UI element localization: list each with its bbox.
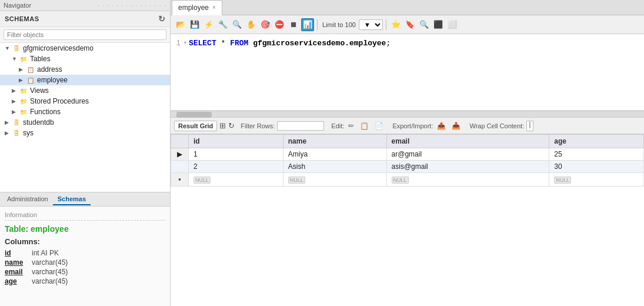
execute-button[interactable]: ⚡ (202, 18, 215, 31)
chevron-right-icon: ▶ (12, 109, 19, 115)
db-icon: 🗄 (12, 44, 21, 52)
tree-label: gfgmicroservicesdemo (23, 44, 94, 52)
info-col-age: age varchar(45) (5, 277, 165, 285)
query-dot: • (184, 39, 186, 47)
wrap-label: Wrap Cell Content: (469, 122, 524, 129)
editor-tab-label: employee (178, 4, 209, 12)
navigator-title: Navigator (4, 2, 31, 9)
col-header-name[interactable]: name (283, 135, 386, 148)
null-tag: NULL (193, 177, 211, 184)
query-text[interactable]: SELECT * FROM gfgmicroservicesdemo.emplo… (189, 39, 391, 48)
cell-id[interactable]: 1 (189, 148, 283, 161)
edit-icon2[interactable]: 📋 (358, 121, 371, 131)
scrollbar-thumb (176, 112, 212, 118)
table-row[interactable]: 2 Asish asis@gmail 30 (171, 161, 644, 173)
row-dot: • (171, 173, 189, 187)
col-header-email[interactable]: email (386, 135, 549, 148)
bottom-tabs: Administration Schemas (0, 192, 170, 206)
export-icon2[interactable]: 📥 (450, 121, 462, 131)
cell-age[interactable]: 30 (549, 161, 644, 173)
table-icon: 📋 (26, 76, 35, 84)
col-header-id[interactable]: id (189, 135, 283, 148)
result-section: Result Grid ⊞ ↻ Filter Rows: Edit: ✏ 📋 📄… (171, 118, 644, 306)
tree-item-views[interactable]: ▶ 📁 Views (0, 85, 170, 96)
filter-input[interactable] (4, 29, 166, 40)
chevron-right-icon: ▶ (5, 119, 12, 125)
find-button[interactable]: 🔍 (231, 18, 243, 31)
split-button[interactable]: ⬜ (446, 18, 459, 31)
layout-button[interactable]: ⬛ (432, 18, 445, 31)
cell-email[interactable]: ar@gmail (386, 148, 549, 161)
open-file-button[interactable]: 📂 (174, 18, 187, 31)
null-tag: NULL (392, 177, 409, 184)
cell-email[interactable]: asis@gmail (386, 161, 549, 173)
edit-label: Edit: (331, 122, 344, 129)
refresh-icon[interactable]: ↻ (158, 14, 166, 24)
explain-button[interactable]: 🔧 (216, 18, 229, 31)
refresh-result-icon[interactable]: ↻ (228, 121, 235, 130)
schemas-label: SCHEMAS (5, 15, 39, 22)
tree-item-studentdb[interactable]: ▶ 🗄 studentdb (0, 117, 170, 128)
tree-item-sys[interactable]: ▶ 🗄 sys (0, 128, 170, 138)
limit-label: Limit to 100 (322, 21, 356, 28)
export-label: Export/Import: (392, 122, 433, 129)
info-col-name: name varchar(45) (5, 258, 165, 267)
info-table-value: employee (31, 224, 69, 234)
stop2-button[interactable]: ⏹ (287, 18, 300, 31)
col-header-age[interactable]: age (549, 135, 644, 148)
filter-rows-input[interactable] (277, 121, 324, 131)
info-columns-header: Columns: (5, 237, 165, 246)
chevron-down-icon: ▼ (12, 56, 19, 62)
folder-icon: 📁 (19, 97, 28, 105)
cell-name[interactable]: Amiya (283, 148, 386, 161)
zoom-button[interactable]: 🔍 (418, 18, 431, 31)
cell-name[interactable]: Asish (283, 161, 386, 173)
edit-icon1[interactable]: ✏ (346, 121, 356, 131)
info-panel: Information Table: employee Columns: id … (0, 206, 170, 306)
editor-tab[interactable]: employee × (172, 0, 222, 15)
star-button[interactable]: ⭐ (389, 18, 402, 31)
edit-icon3[interactable]: 📄 (373, 121, 385, 131)
target-button[interactable]: 🎯 (259, 18, 272, 31)
filter-rows-label: Filter Rows: (241, 122, 275, 129)
db-icon: 🗄 (12, 118, 21, 127)
cell-null-email: NULL (386, 173, 549, 187)
chevron-right-icon: ▶ (5, 130, 12, 136)
query-area[interactable]: 1 • SELECT * FROM gfgmicroservicesdemo.e… (171, 34, 644, 111)
null-tag: NULL (554, 177, 571, 184)
tree-label: Tables (30, 55, 51, 63)
bookmark-button[interactable]: 🔖 (403, 18, 416, 31)
wrap-icon[interactable]: Ī (526, 121, 533, 131)
tree-item-employee[interactable]: ▶ 📋 employee (0, 75, 170, 85)
line-number: 1 (176, 39, 181, 47)
result-grid-tab[interactable]: Result Grid (174, 121, 217, 131)
tree-label: Functions (30, 108, 61, 116)
tree-item-gfg[interactable]: ▼ 🗄 gfgmicroservicesdemo (0, 43, 170, 54)
tree-item-tables[interactable]: ▼ 📁 Tables (0, 54, 170, 64)
tree-item-functions[interactable]: ▶ 📁 Functions (0, 107, 170, 117)
kw-select: SELECT (189, 39, 216, 48)
chart-button[interactable]: 📊 (301, 18, 314, 31)
tree-item-address[interactable]: ▶ 📋 address (0, 64, 170, 75)
cell-id[interactable]: 2 (189, 161, 283, 173)
cancel-button[interactable]: ⛔ (273, 18, 286, 31)
tree-item-stored-proc[interactable]: ▶ 📁 Stored Procedures (0, 96, 170, 107)
tree-label: address (37, 65, 62, 74)
cell-null-name: NULL (283, 173, 386, 187)
chevron-right-icon: ▶ (19, 77, 26, 83)
tab-administration[interactable]: Administration (2, 194, 53, 205)
save-button[interactable]: 💾 (188, 18, 201, 31)
tab-close-icon[interactable]: × (212, 4, 216, 11)
export-icon1[interactable]: 📤 (435, 121, 448, 131)
stop-button[interactable]: ✋ (245, 18, 258, 31)
tree-label: studentdb (23, 118, 54, 127)
cell-age[interactable]: 25 (549, 148, 644, 161)
col-name-id: id (5, 249, 28, 257)
query-table: gfgmicroservicesdemo.employee; (253, 39, 391, 48)
db-icon: 🗄 (12, 129, 21, 137)
chevron-right-icon: ▶ (19, 66, 26, 72)
table-row[interactable]: ▶ 1 Amiya ar@gmail 25 (171, 148, 644, 161)
limit-select[interactable]: ▼ (359, 19, 383, 30)
tab-schemas[interactable]: Schemas (53, 194, 91, 205)
data-table-wrapper: id name email age ▶ 1 Amiya ar@gmail 25 (171, 134, 644, 306)
